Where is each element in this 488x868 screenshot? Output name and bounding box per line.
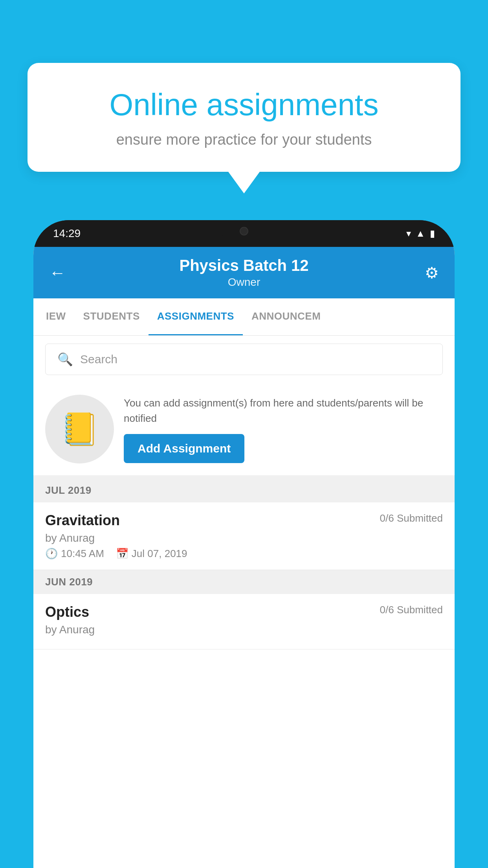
signal-icon: ▲ — [416, 228, 425, 239]
speech-bubble: Online assignments ensure more practice … — [28, 63, 460, 172]
date-value: Jul 07, 2019 — [132, 548, 187, 560]
search-placeholder: Search — [80, 353, 117, 366]
promo-text-block: You can add assignment(s) from here and … — [124, 395, 443, 463]
tab-students[interactable]: STUDENTS — [75, 298, 149, 335]
search-icon: 🔍 — [57, 352, 73, 367]
speech-bubble-subtitle: ensure more practice for your students — [55, 131, 433, 148]
section-month-label: JUL 2019 — [45, 484, 92, 496]
settings-button[interactable]: ⚙ — [415, 264, 439, 282]
section-jun-2019: JUN 2019 — [33, 570, 455, 594]
phone-status-icons: ▾ ▲ ▮ — [406, 228, 435, 239]
speech-bubble-container: Online assignments ensure more practice … — [28, 63, 460, 193]
clock-icon: 🕐 — [45, 548, 58, 560]
assignment-author: by Anurag — [45, 532, 443, 544]
speech-bubble-tail — [228, 172, 260, 193]
assignment-time: 🕐 10:45 AM — [45, 548, 104, 560]
app-screen: ← Physics Batch 12 Owner ⚙ IEW STUDENTS … — [33, 247, 455, 868]
promo-icon-circle: 📒 — [45, 395, 114, 463]
back-button[interactable]: ← — [49, 263, 73, 282]
section-month-label-jun: JUN 2019 — [45, 576, 93, 588]
tab-announcements[interactable]: ANNOUNCEM — [243, 298, 329, 335]
assignment-name: Gravitation — [45, 512, 120, 529]
assignment-optics-name: Optics — [45, 604, 89, 620]
phone-status-bar: 14:29 ▾ ▲ ▮ — [33, 220, 455, 247]
time-value: 10:45 AM — [61, 548, 104, 560]
notebook-icon: 📒 — [60, 411, 99, 448]
speech-bubble-title: Online assignments — [55, 86, 433, 123]
assignment-date: 📅 Jul 07, 2019 — [116, 548, 187, 560]
phone-notch — [220, 220, 268, 242]
assignment-gravitation[interactable]: Gravitation 0/6 Submitted by Anurag 🕐 10… — [33, 502, 455, 570]
batch-title: Physics Batch 12 — [73, 257, 415, 274]
phone-time: 14:29 — [53, 227, 81, 240]
wifi-icon: ▾ — [406, 228, 411, 239]
assignment-optics-author: by Anurag — [45, 623, 443, 636]
search-bar[interactable]: 🔍 Search — [45, 344, 443, 375]
promo-block: 📒 You can add assignment(s) from here an… — [33, 383, 455, 478]
calendar-icon: 📅 — [116, 548, 128, 560]
tab-iew[interactable]: IEW — [37, 298, 75, 335]
assignment-row-top: Gravitation 0/6 Submitted — [45, 512, 443, 529]
header-title-block: Physics Batch 12 Owner — [73, 257, 415, 289]
assignment-meta: 🕐 10:45 AM 📅 Jul 07, 2019 — [45, 548, 443, 560]
tabs-bar: IEW STUDENTS ASSIGNMENTS ANNOUNCEM — [33, 298, 455, 336]
section-jul-2019: JUL 2019 — [33, 478, 455, 502]
assignment-submitted-count: 0/6 Submitted — [380, 512, 443, 524]
battery-icon: ▮ — [430, 228, 435, 239]
phone-frame: 14:29 ▾ ▲ ▮ ← Physics Batch 12 Owner ⚙ I… — [33, 220, 455, 868]
search-container: 🔍 Search — [33, 336, 455, 383]
tab-assignments[interactable]: ASSIGNMENTS — [149, 298, 243, 335]
assignment-optics[interactable]: Optics 0/6 Submitted by Anurag — [33, 594, 455, 649]
phone-camera — [240, 227, 248, 235]
assignment-optics-submitted: 0/6 Submitted — [380, 604, 443, 616]
promo-description: You can add assignment(s) from here and … — [124, 395, 443, 426]
batch-role: Owner — [73, 276, 415, 289]
add-assignment-button[interactable]: Add Assignment — [124, 434, 244, 463]
app-header: ← Physics Batch 12 Owner ⚙ — [33, 247, 455, 298]
assignment-optics-row-top: Optics 0/6 Submitted — [45, 604, 443, 620]
